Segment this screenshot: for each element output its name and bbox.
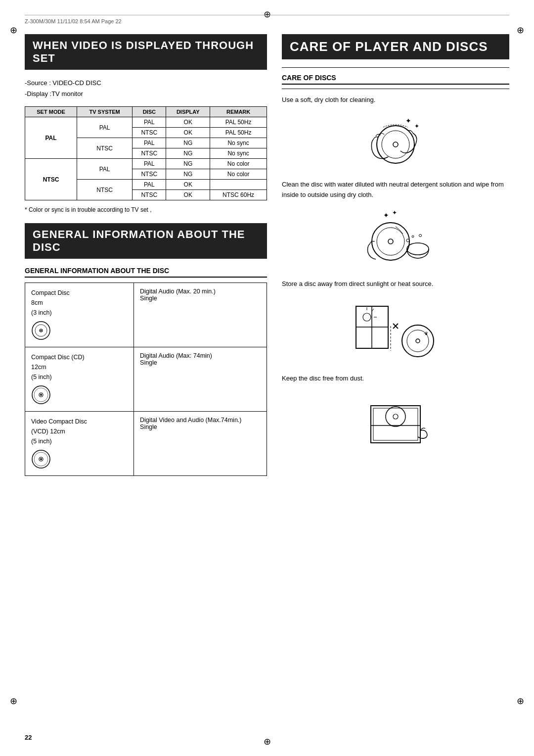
col-tv-system: TV SYSTEM: [77, 107, 132, 117]
disc-pal: PAL: [133, 159, 166, 169]
disc-ntsc: NTSC: [133, 128, 166, 138]
display-ng: NG: [166, 159, 210, 169]
remark-empty: [210, 180, 267, 190]
remark-pal50: PAL 50Hz: [210, 117, 267, 128]
svg-point-35: [416, 339, 420, 343]
source-line-2: -Display :TV monitor: [25, 89, 267, 99]
left-column: WHEN VIDEO IS DISPLAYED THROUGH SET -Sou…: [25, 34, 267, 476]
disc-name-cd: Compact Disc (CD) 12cm (5 inch): [31, 352, 128, 382]
remark-nocolor-2: No color: [210, 169, 267, 180]
display-ng: NG: [166, 148, 210, 159]
general-info-banner: GENERAL INFORMATION ABOUT THE DISC: [25, 223, 267, 259]
svg-text:✦: ✦: [405, 117, 411, 125]
set-mode-ntsc: NTSC: [25, 159, 77, 200]
col-set-mode: SET MODE: [25, 107, 77, 117]
svg-point-3: [41, 330, 42, 331]
disc-pal: PAL: [133, 180, 166, 190]
svg-point-29: [363, 313, 371, 321]
disc-name-8cm: Compact Disc 8cm (3 inch): [31, 288, 128, 318]
remark-nosync-2: No sync: [210, 148, 267, 159]
disc-ntsc: NTSC: [133, 190, 166, 200]
right-column: CARE OF PLAYER AND DISCS CARE OF DISCS U…: [282, 34, 509, 476]
illustration-dust: [282, 391, 509, 455]
tv-ntsc-ntsc: NTSC: [77, 180, 132, 200]
svg-point-18: [377, 228, 404, 255]
display-ok: OK: [166, 128, 210, 138]
disc-icon-vcd: [31, 449, 51, 471]
disc-ntsc: NTSC: [133, 169, 166, 180]
svg-point-36: [425, 333, 427, 335]
store-illustration-svg: [346, 296, 445, 366]
display-ng: NG: [166, 138, 210, 148]
illustration-store: [282, 296, 509, 366]
disc-info-cd: Compact Disc (CD) 12cm (5 inch): [25, 347, 134, 412]
two-col-layout: WHEN VIDEO IS DISPLAYED THROUGH SET -Sou…: [25, 34, 509, 476]
source-info: -Source : VIDEO-CD DISC -Display :TV mon…: [25, 78, 267, 99]
table-row: NTSC PAL PAL NG No color: [25, 159, 267, 169]
disc-pal: PAL: [133, 138, 166, 148]
disc-svg-vcd: [31, 449, 51, 469]
svg-text:✦: ✦: [383, 211, 389, 219]
disc-name-vcd: Video Compact Disc (VCD) 12cm (5 inch): [31, 417, 128, 446]
illustration-wipe: ✦ ✦: [282, 112, 509, 172]
remark-nosync: No sync: [210, 138, 267, 148]
set-mode-pal: PAL: [25, 117, 77, 159]
remark-nocolor: No color: [210, 159, 267, 169]
disc-audio-cd: Digital Audio (Max: 74min) Single: [134, 347, 267, 412]
disc-ntsc: NTSC: [133, 148, 166, 159]
svg-point-19: [388, 239, 393, 244]
tv-system-table: SET MODE TV SYSTEM DISC DISPLAY REMARK P…: [25, 106, 267, 200]
disc-info-vcd: Video Compact Disc (VCD) 12cm (5 inch): [25, 412, 134, 476]
disc-audio-vcd: Digital Video and Audio (Max.74min.) Sin…: [134, 412, 267, 476]
svg-text:✦: ✦: [392, 209, 397, 216]
divider-1: [282, 67, 509, 68]
disc-audio-8cm: Digital Audio (Max. 20 min.) Single: [134, 283, 267, 347]
display-ng: NG: [166, 169, 210, 180]
general-info-section: GENERAL INFORMATION ABOUT THE DISC GENER…: [25, 223, 267, 476]
page-header-meta: Z-300M/30M 11/11/02 8:54 AM Page 22: [25, 15, 509, 24]
tv-pal: PAL: [77, 117, 132, 138]
table-row: PAL PAL PAL OK PAL 50Hz: [25, 117, 267, 128]
care-text-1: Use a soft, dry cloth for cleaning.: [282, 95, 509, 105]
disc-info-8cm: Compact Disc 8cm (3 inch): [25, 283, 134, 347]
svg-point-13: [382, 131, 409, 158]
svg-point-43: [386, 407, 405, 426]
disc-table: Compact Disc 8cm (3 inch): [25, 283, 267, 476]
divider-2: [282, 89, 509, 89]
page-number: 22: [25, 734, 32, 741]
general-info-subtitle: GENERAL INFORMATION ABOUT THE DISC: [25, 267, 267, 278]
svg-point-17: [372, 223, 409, 260]
header-text: Z-300M/30M 11/11/02 8:54 AM Page 22: [25, 18, 122, 24]
svg-rect-40: [371, 406, 420, 443]
remark-ntsc60: NTSC 60Hz: [210, 190, 267, 200]
svg-point-7: [40, 394, 42, 396]
svg-point-23: [419, 235, 422, 237]
source-line-1: -Source : VIDEO-CD DISC: [25, 78, 267, 89]
video-section-banner: WHEN VIDEO IS DISPLAYED THROUGH SET: [25, 34, 267, 70]
remark-pal50-2: PAL 50Hz: [210, 128, 267, 138]
svg-point-11: [40, 458, 42, 460]
display-ok: OK: [166, 117, 210, 128]
svg-text:✦: ✦: [414, 123, 419, 130]
disc-svg-cd: [31, 385, 51, 405]
care-player-banner: CARE OF PLAYER AND DISCS: [282, 34, 509, 59]
col-display: DISPLAY: [166, 107, 210, 117]
svg-point-44: [393, 414, 398, 419]
svg-rect-41: [373, 408, 418, 440]
disc-svg-8cm: [31, 321, 51, 340]
clean-illustration-svg: ✦ ✦: [356, 207, 435, 271]
col-remark: REMARK: [210, 107, 267, 117]
tv-pal-ntsc: PAL: [77, 159, 132, 180]
disc-icon-8cm: [31, 321, 51, 342]
col-disc: DISC: [133, 107, 166, 117]
page-container: Z-300M/30M 11/11/02 8:54 AM Page 22 WHEN…: [0, 0, 534, 756]
disc-pal: PAL: [133, 117, 166, 128]
footnote: * Color or sync is in trouble according …: [25, 206, 267, 213]
tv-ntsc: NTSC: [77, 138, 132, 159]
display-ok: OK: [166, 190, 210, 200]
dust-illustration-svg: [354, 391, 438, 455]
care-text-2: Clean the disc with water diluted with n…: [282, 180, 509, 200]
disc-row-cd: Compact Disc (CD) 12cm (5 inch): [25, 347, 267, 412]
svg-point-20: [407, 243, 429, 255]
care-text-4: Keep the disc free from dust.: [282, 374, 509, 384]
